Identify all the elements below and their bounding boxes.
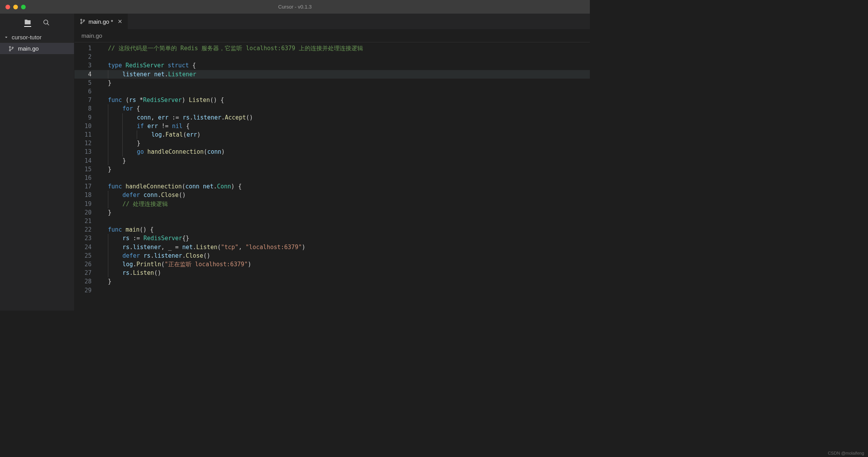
code-line[interactable]: rs := RedisServer{} bbox=[102, 234, 590, 243]
code-line[interactable] bbox=[102, 53, 590, 61]
breadcrumb[interactable]: main.go bbox=[74, 29, 590, 42]
code-line[interactable]: } bbox=[102, 277, 590, 286]
code-line[interactable] bbox=[102, 87, 590, 96]
line-number: 5 bbox=[74, 79, 102, 87]
search-icon[interactable] bbox=[43, 19, 50, 26]
code-line[interactable]: rs.Listen() bbox=[102, 269, 590, 277]
files-icon[interactable] bbox=[24, 18, 31, 27]
svg-point-3 bbox=[9, 49, 11, 51]
svg-point-7 bbox=[83, 20, 85, 21]
code-line[interactable]: func handleConnection(conn net.Conn) { bbox=[102, 182, 590, 191]
line-number: 22 bbox=[74, 225, 102, 234]
line-number: 15 bbox=[74, 165, 102, 174]
svg-point-0 bbox=[44, 20, 48, 24]
code-line[interactable]: // 处理连接逻辑 bbox=[102, 200, 590, 208]
svg-point-4 bbox=[12, 47, 13, 48]
line-number: 17 bbox=[74, 182, 102, 191]
code-line[interactable]: defer rs.listener.Close() bbox=[102, 251, 590, 260]
code-line[interactable] bbox=[102, 174, 590, 182]
line-number: 27 bbox=[74, 269, 102, 277]
tab-main-go[interactable]: main.go * bbox=[74, 14, 128, 29]
line-number: 18 bbox=[74, 191, 102, 199]
minimize-button[interactable] bbox=[13, 5, 18, 9]
line-number: 11 bbox=[74, 130, 102, 139]
code-line[interactable]: func (rs *RedisServer) Listen() { bbox=[102, 96, 590, 104]
git-branch-icon bbox=[9, 46, 14, 51]
line-number: 16 bbox=[74, 174, 102, 182]
line-number: 10 bbox=[74, 122, 102, 130]
code-line[interactable]: // 这段代码是一个简单的 Redis 服务器，它监听 localhost:63… bbox=[102, 44, 590, 53]
code-line[interactable]: listener net.Listener bbox=[102, 70, 590, 79]
line-number: 3 bbox=[74, 61, 102, 70]
svg-line-1 bbox=[47, 23, 49, 25]
line-number: 8 bbox=[74, 104, 102, 113]
code-line[interactable]: } bbox=[102, 79, 590, 87]
code-line[interactable]: } bbox=[102, 156, 590, 165]
line-number: 24 bbox=[74, 243, 102, 251]
code-line[interactable]: } bbox=[102, 208, 590, 217]
svg-point-6 bbox=[81, 23, 82, 24]
line-number: 1 bbox=[74, 44, 102, 53]
file-name: main.go bbox=[18, 45, 39, 52]
sidebar-tabs bbox=[0, 14, 74, 32]
line-number: 25 bbox=[74, 251, 102, 260]
line-number: 21 bbox=[74, 217, 102, 225]
maximize-button[interactable] bbox=[21, 5, 26, 9]
code-line[interactable]: defer conn.Close() bbox=[102, 191, 590, 199]
code-line[interactable]: go handleConnection(conn) bbox=[102, 148, 590, 156]
code-line[interactable]: rs.listener, _ = net.Listen("tcp", "loca… bbox=[102, 243, 590, 251]
line-number: 19 bbox=[74, 200, 102, 208]
line-number: 9 bbox=[74, 113, 102, 122]
sidebar-file-main-go[interactable]: main.go bbox=[0, 43, 74, 54]
project-folder[interactable]: cursor-tutor bbox=[0, 32, 74, 43]
project-name: cursor-tutor bbox=[12, 34, 42, 40]
svg-point-5 bbox=[81, 19, 82, 20]
code-line[interactable]: for { bbox=[102, 104, 590, 113]
code-line[interactable]: func main() { bbox=[102, 225, 590, 234]
code-lines[interactable]: // 这段代码是一个简单的 Redis 服务器，它监听 localhost:63… bbox=[102, 44, 590, 311]
code-line[interactable]: log.Println("正在监听 localhost:6379") bbox=[102, 260, 590, 269]
code-line[interactable]: } bbox=[102, 139, 590, 148]
code-area[interactable]: 1234567891011121314151617181920212223242… bbox=[74, 42, 590, 311]
editor: main.go * main.go 1234567891011121314151… bbox=[74, 14, 590, 311]
line-number: 29 bbox=[74, 286, 102, 295]
tab-bar: main.go * bbox=[74, 14, 590, 29]
code-line[interactable]: conn, err := rs.listener.Accept() bbox=[102, 113, 590, 122]
line-number: 20 bbox=[74, 208, 102, 217]
code-line[interactable]: log.Fatal(err) bbox=[102, 130, 590, 139]
sidebar: cursor-tutor main.go bbox=[0, 14, 74, 311]
line-number: 23 bbox=[74, 234, 102, 243]
line-number: 7 bbox=[74, 96, 102, 104]
line-number: 14 bbox=[74, 156, 102, 165]
line-number: 4 bbox=[74, 70, 102, 79]
git-branch-icon bbox=[80, 19, 85, 24]
line-number: 13 bbox=[74, 148, 102, 156]
line-numbers: 1234567891011121314151617181920212223242… bbox=[74, 44, 102, 311]
window-controls bbox=[5, 5, 26, 9]
line-number: 12 bbox=[74, 139, 102, 148]
close-button[interactable] bbox=[5, 5, 10, 9]
code-line[interactable]: if err != nil { bbox=[102, 122, 590, 130]
tab-label: main.go * bbox=[88, 18, 113, 25]
line-number: 6 bbox=[74, 87, 102, 96]
line-number: 26 bbox=[74, 260, 102, 269]
code-line[interactable] bbox=[102, 286, 590, 295]
code-line[interactable]: type RedisServer struct { bbox=[102, 61, 590, 70]
window-title: Cursor - v0.1.3 bbox=[0, 4, 590, 10]
line-number: 28 bbox=[74, 277, 102, 286]
code-line[interactable] bbox=[102, 217, 590, 225]
chevron-down-icon bbox=[4, 35, 9, 40]
line-number: 2 bbox=[74, 53, 102, 61]
titlebar: Cursor - v0.1.3 bbox=[0, 0, 590, 14]
code-line[interactable]: } bbox=[102, 165, 590, 174]
close-icon[interactable] bbox=[118, 19, 122, 24]
svg-point-2 bbox=[9, 46, 11, 47]
